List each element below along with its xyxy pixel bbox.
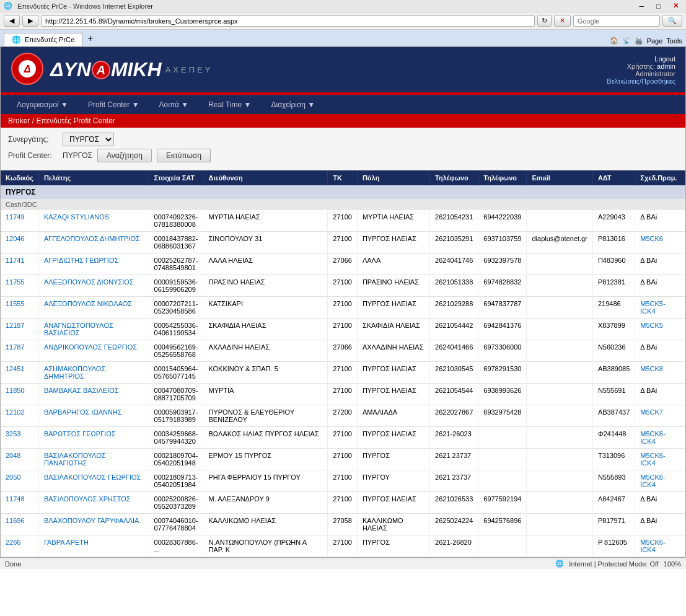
table-cell: ΚΑΛΛΙΚΩΜΟ ΗΛΕΙΑΣ <box>357 514 429 535</box>
customer-name-link[interactable]: ΒΑΜΒΑΚΑΣ ΒΑΣΙΛΕΙΟΣ <box>44 387 119 394</box>
table-cell: 2624041466 <box>430 340 478 362</box>
address-bar[interactable] <box>41 15 535 27</box>
app-content: Δ Δ Υ Ν Α ΜΙΚΗ ΑΧΕΠΕΥ Logout Χρήστης: <box>0 46 686 558</box>
table-row: 11748ΒΑΣΙΛΟΠΟΥΛΟΣ ΧΡΗΣΤΟΣ00025200826-055… <box>1 492 685 514</box>
nav-profit-center[interactable]: Profit Center ▼ <box>78 95 149 114</box>
profit-center-value: ΠΥΡΓΟΣ <box>63 151 92 160</box>
customer-id-link[interactable]: 11787 <box>6 343 25 351</box>
customer-id-link[interactable]: 2266 <box>6 539 20 546</box>
table-cell <box>527 427 592 449</box>
customer-name-link[interactable]: ΓΑΒΡΑ ΑΡΕΤΗ <box>44 539 89 546</box>
sched-link[interactable]: Μ5CK6 <box>640 235 663 242</box>
customer-name-link[interactable]: ΑΝΔΡΙΚΟΠΟΥΛΟΣ ΓΕΩΡΓΙΟΣ <box>44 343 137 351</box>
customer-id-link[interactable]: 11755 <box>6 278 25 286</box>
customer-id-link[interactable]: 3253 <box>6 430 20 438</box>
main-nav: Λογαριασμοί ▼ Profit Center ▼ Λοιπά ▼ Re… <box>1 95 685 114</box>
tools-btn[interactable]: Tools <box>666 37 682 45</box>
customer-id-link[interactable]: 12187 <box>6 322 25 329</box>
sched-link[interactable]: Μ5CK5-ICK4 <box>640 300 665 315</box>
customer-id-link[interactable]: 2050 <box>6 473 20 481</box>
svg-text:Δ: Δ <box>24 64 31 74</box>
search-button[interactable]: Αναζήτηση <box>97 149 152 162</box>
nav-real-time[interactable]: Real Time ▼ <box>198 95 261 114</box>
print-icon[interactable]: 🖨️ <box>635 37 643 45</box>
customer-id-link[interactable]: 11555 <box>6 300 25 307</box>
col-tk: ΤΚ <box>328 170 358 185</box>
max-btn[interactable]: □ <box>653 2 664 10</box>
stop-btn[interactable]: ✕ <box>554 15 571 27</box>
back-btn[interactable]: ◀ <box>4 15 20 27</box>
search-go-btn[interactable]: 🔍 <box>662 15 682 27</box>
customer-id-link[interactable]: 11741 <box>6 257 25 264</box>
customer-name-link[interactable]: ΒΛΑΧΟΠΟΥΛΟΥ ΓΑΡΥΦΑΛΛΙΑ <box>44 517 139 524</box>
table-cell: Δ ΒΑi <box>635 384 685 405</box>
sched-link[interactable]: Μ5CK6-ICK4 <box>640 473 665 488</box>
forward-btn[interactable]: ▶ <box>22 15 38 27</box>
customer-name-link[interactable]: ΒΑΣΙΛΟΠΟΥΛΟΣ ΧΡΗΣΤΟΣ <box>44 495 131 503</box>
logo-main-text: Δ Υ Ν Α ΜΙΚΗ ΑΧΕΠΕΥ <box>50 58 213 81</box>
table-cell: Ν555893 <box>592 470 635 492</box>
feed-icon[interactable]: 📡 <box>622 37 631 45</box>
table-cell: 6932397578 <box>478 253 527 275</box>
table-cell: 27100 <box>328 449 358 470</box>
customer-id-link[interactable]: 11850 <box>6 387 25 394</box>
new-tab-btn[interactable]: + <box>82 31 98 46</box>
search-bar[interactable] <box>573 15 660 27</box>
customer-name-link[interactable]: ΑΛΕΞΟΠΟΥΛΟΣ ΔΙΟΝΥΣΙΟΣ <box>44 278 134 286</box>
customer-name-link[interactable]: ΒΑΣΙΛΑΚΟΠΟΥΛΟΣ ΓΕΩΡΓΙΟΣ <box>44 473 141 481</box>
customer-name-link[interactable]: ΑΝΑΓΝΩΣΤΟΠΟΥΛΟΣ ΒΑΣΙΛΕΙΟΣ <box>44 322 113 337</box>
nav-diaheirisi[interactable]: Διαχείριση ▼ <box>261 95 325 114</box>
customer-name-link[interactable]: KAZAQI STYLIANOS <box>44 213 109 221</box>
improvements-link[interactable]: Βελτιώσεις/Προσθήκες <box>607 77 675 85</box>
customer-id-link[interactable]: 11749 <box>6 213 25 221</box>
logout-link[interactable]: Logout <box>654 55 675 63</box>
sched-link[interactable]: Μ5CK7 <box>640 408 663 416</box>
go-btn[interactable]: ↻ <box>537 15 552 27</box>
active-tab[interactable]: 🌐 Επενδυτές PrCe <box>4 33 82 46</box>
sched-link[interactable]: Μ5CK5 <box>640 322 663 329</box>
close-btn[interactable]: ✕ <box>669 2 682 10</box>
nav-logariasmi[interactable]: Λογαριασμοί ▼ <box>7 95 78 114</box>
table-row: 12046ΑΓΓΕΛΟΠΟΥΛΟΣ ΔΗΜΗΤΡΙΟΣ00018437882-0… <box>1 232 685 253</box>
print-button[interactable]: Εκτύπωση <box>157 149 211 162</box>
filter-row-2: Profit Center: ΠΥΡΓΟΣ Αναζήτηση Εκτύπωση <box>8 149 678 162</box>
nav-loipa[interactable]: Λοιπά ▼ <box>149 95 199 114</box>
customer-name-link[interactable]: ΒΑΡΒΑΡΗΓΟΣ ΙΩΑΝΝΗΣ <box>44 408 122 416</box>
customer-id-link[interactable]: 12102 <box>6 408 25 416</box>
table-cell: 6938993626 <box>478 384 527 405</box>
logo-text-block: Δ Υ Ν Α ΜΙΚΗ ΑΧΕΠΕΥ <box>50 58 213 81</box>
sat-cell: 00025262787-07488549801 <box>149 253 203 275</box>
table-cell: Ρ 812605 <box>592 535 635 557</box>
table-cell: 27100 <box>328 535 358 557</box>
min-btn[interactable]: ─ <box>636 2 648 10</box>
customer-name-link[interactable]: ΑΓΓΕΛΟΠΟΥΛΟΣ ΔΗΜΗΤΡΙΟΣ <box>44 235 140 242</box>
table-cell: ΒΩΛΑΚΟΣ ΗΛΙΑΣ ΠΥΡΓΟΣ ΗΛΕΙΑΣ <box>203 427 328 449</box>
customer-name-link[interactable]: ΑΣΗΜΑΚΟΠΟΥΛΟΣ ΔΗΜΗΤΡΙΟΣ <box>44 365 105 380</box>
col-tilefono2: Τηλέφωνο <box>478 170 527 185</box>
sched-link[interactable]: Μ5CK8 <box>640 365 663 372</box>
home-icon[interactable]: 🏠 <box>610 37 618 45</box>
table-cell <box>527 384 592 405</box>
customer-id-link[interactable]: 11696 <box>6 517 25 524</box>
sched-link[interactable]: Μ5CK6-ICK4 <box>640 452 665 467</box>
sched-link[interactable]: Μ5CK6-ICK4 <box>640 539 665 553</box>
customer-id-link[interactable]: 2048 <box>6 452 20 459</box>
breadcrumb-broker[interactable]: Broker <box>8 117 30 125</box>
customer-name-link[interactable]: ΒΑΣΙΛΑΚΟΠΟΥΛΟΣ ΠΑΝΑΓΙΩΤΗΣ <box>44 452 106 467</box>
table-cell: Τ313096 <box>592 449 635 470</box>
table-cell: 27100 <box>328 470 358 492</box>
customer-name-link[interactable]: ΑΓΡΙΔΙΩΤΗΣ ΓΕΩΡΓΙΟΣ <box>44 257 118 264</box>
table-cell: ΑΒ389085 <box>592 362 635 384</box>
customer-id-link[interactable]: 12451 <box>6 365 25 372</box>
table-cell: 2621-26023 <box>430 427 478 449</box>
customer-name-link[interactable]: ΑΛΕΞΟΠΟΥΛΟΣ ΝΙΚΟΛΑΟΣ <box>44 300 132 307</box>
page-btn[interactable]: Page <box>647 37 663 45</box>
synergate-select[interactable]: ΠΥΡΓΟΣ <box>63 133 114 146</box>
customer-id-link[interactable]: 12046 <box>6 235 25 242</box>
customer-name-link[interactable]: ΒΑΡΩΤΣΟΣ ΓΕΩΡΓΙΟΣ <box>44 430 116 438</box>
table-row: 12102ΒΑΡΒΑΡΗΓΟΣ ΙΩΑΝΝΗΣ00005903917-05179… <box>1 405 685 427</box>
sched-link[interactable]: Μ5CK6-ICK4 <box>640 430 665 445</box>
table-cell: Δ ΒΑi <box>635 210 685 232</box>
customer-id-link[interactable]: 11748 <box>6 495 25 503</box>
col-sat: Στοιχεία ΣΑΤ <box>149 170 203 185</box>
